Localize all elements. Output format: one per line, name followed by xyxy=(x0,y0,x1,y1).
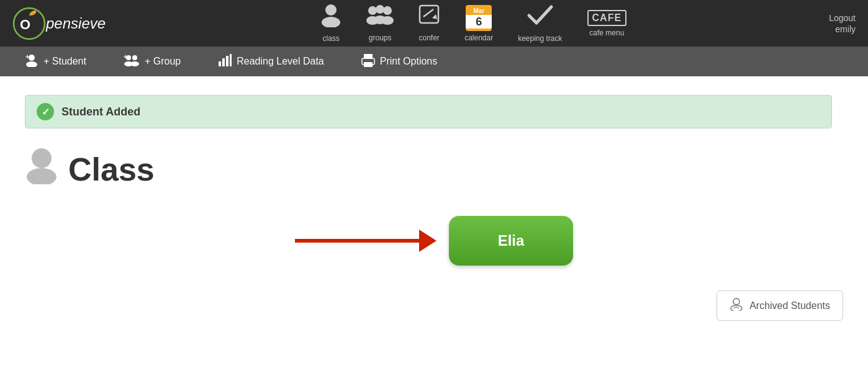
svg-rect-26 xyxy=(230,54,232,66)
nav-label-keeping-track: keeping track xyxy=(518,34,562,43)
svg-rect-23 xyxy=(219,61,221,66)
nav-label-confer: confer xyxy=(418,34,439,42)
username-label: emily xyxy=(835,24,856,34)
svg-text:O: O xyxy=(20,17,30,32)
svg-rect-24 xyxy=(222,58,225,66)
add-group-icon: + xyxy=(124,53,140,70)
reading-level-nav-item[interactable]: Reading Level Data xyxy=(218,54,324,69)
svg-point-31 xyxy=(32,148,52,168)
students-area: Elia xyxy=(25,216,843,266)
print-options-nav-item[interactable]: Print Options xyxy=(361,53,437,70)
svg-marker-14 xyxy=(432,14,437,19)
logo-icon: O xyxy=(12,7,46,40)
calendar-month: Mar xyxy=(466,7,492,15)
nav-item-confer[interactable]: confer xyxy=(418,4,440,42)
nav-item-groups[interactable]: groups xyxy=(366,4,394,42)
logo[interactable]: O pensieve xyxy=(12,7,106,40)
svg-point-6 xyxy=(368,6,377,15)
archived-students-area: Archived Students xyxy=(25,290,843,321)
nav-label-calendar: calendar xyxy=(464,34,493,42)
svg-point-15 xyxy=(29,55,35,61)
add-student-icon: + xyxy=(25,53,38,70)
red-arrow xyxy=(295,230,436,252)
svg-point-21 xyxy=(130,61,139,66)
nav-item-cafe-menu[interactable]: CAFE cafe menu xyxy=(587,10,627,37)
checkmark-icon xyxy=(527,4,554,32)
svg-text:+: + xyxy=(25,53,29,60)
arrow-head xyxy=(419,230,436,252)
svg-point-32 xyxy=(27,168,57,184)
svg-point-20 xyxy=(132,55,137,60)
logout-button[interactable]: Logout xyxy=(829,13,856,23)
nav-right: Logout emily xyxy=(829,13,856,34)
svg-point-34 xyxy=(731,305,742,311)
cafe-icon: CAFE xyxy=(587,10,627,26)
class-header: Class xyxy=(25,147,843,191)
confer-icon xyxy=(418,4,440,31)
svg-rect-29 xyxy=(364,62,373,67)
svg-point-8 xyxy=(383,6,392,15)
svg-line-13 xyxy=(423,9,433,17)
student-button[interactable]: Elia xyxy=(449,216,573,266)
main-content: ✓ Student Added Class Elia xyxy=(0,76,868,362)
svg-point-11 xyxy=(374,16,386,24)
sub-navigation: + + Student + + Group Reading Level xyxy=(0,47,868,76)
arrow-shaft xyxy=(295,239,419,243)
add-group-label: + Group xyxy=(145,56,181,67)
svg-point-16 xyxy=(26,61,37,67)
nav-label-groups: groups xyxy=(369,34,392,42)
class-title: Class xyxy=(68,151,155,188)
svg-point-33 xyxy=(733,298,739,305)
success-banner: ✓ Student Added xyxy=(25,95,832,128)
calendar-icon: Mar 6 xyxy=(466,5,492,31)
svg-point-30 xyxy=(371,60,373,62)
success-check-icon: ✓ xyxy=(37,103,54,120)
top-navigation: O pensieve class xyxy=(0,0,868,47)
print-icon xyxy=(361,53,375,70)
svg-text:+: + xyxy=(124,53,127,60)
svg-rect-25 xyxy=(226,56,228,66)
svg-rect-12 xyxy=(420,6,438,23)
student-button-label: Elia xyxy=(498,232,525,249)
nav-item-calendar[interactable]: Mar 6 calendar xyxy=(464,5,493,42)
logo-text: pensieve xyxy=(46,15,106,32)
archived-students-button[interactable]: Archived Students xyxy=(717,290,843,321)
add-group-nav-item[interactable]: + + Group xyxy=(124,53,181,70)
calendar-day: 6 xyxy=(466,15,492,29)
svg-point-4 xyxy=(325,4,337,16)
reading-level-label: Reading Level Data xyxy=(237,56,324,67)
add-student-label: + Student xyxy=(43,56,86,67)
nav-item-keeping-track[interactable]: keeping track xyxy=(518,4,562,43)
nav-label-cafe-menu: cafe menu xyxy=(589,29,624,37)
archived-students-label: Archived Students xyxy=(749,300,830,311)
class-page-icon xyxy=(25,147,58,191)
nav-item-class[interactable]: class xyxy=(320,4,341,43)
nav-label-class: class xyxy=(322,34,339,43)
groups-icon xyxy=(366,4,394,31)
print-options-label: Print Options xyxy=(380,56,437,67)
add-student-nav-item[interactable]: + + Student xyxy=(25,53,86,70)
reading-level-icon xyxy=(218,54,232,69)
nav-items: class groups xyxy=(118,4,829,43)
archived-students-icon xyxy=(730,297,743,314)
class-icon xyxy=(320,4,341,32)
svg-point-10 xyxy=(376,5,384,14)
svg-point-5 xyxy=(322,17,340,27)
success-message: Student Added xyxy=(61,105,140,119)
cafe-label: CAFE xyxy=(592,12,622,23)
